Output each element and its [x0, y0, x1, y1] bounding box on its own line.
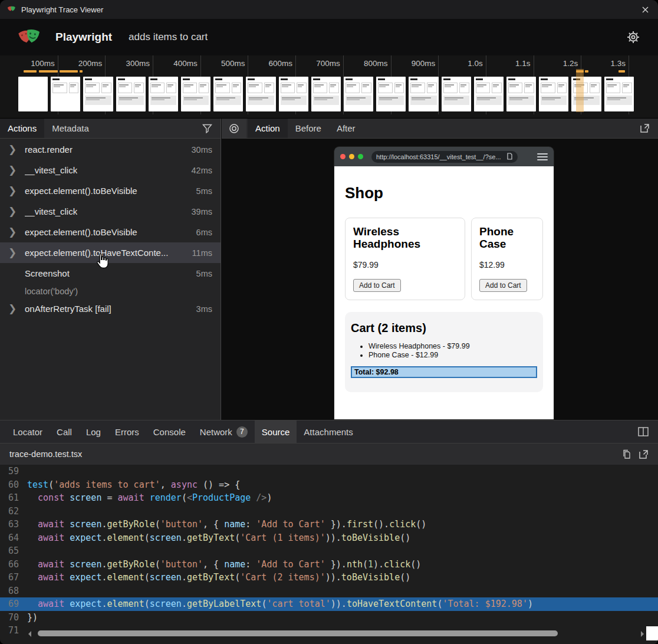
tab-network[interactable]: Network7 [193, 420, 255, 443]
line-number: 60 [0, 478, 27, 492]
action-row[interactable]: Screenshot5ms [0, 263, 221, 284]
open-source-icon[interactable] [639, 449, 649, 459]
window-title: Playwright Trace Viewer [21, 5, 103, 14]
browser-menu-icon[interactable] [537, 152, 548, 162]
tab-attachments[interactable]: Attachments [297, 420, 360, 443]
filmstrip-thumbnail[interactable] [311, 77, 341, 111]
tab-locator[interactable]: Locator [6, 420, 50, 443]
action-duration: 11ms [192, 248, 212, 258]
filmstrip-thumbnail[interactable] [474, 77, 504, 111]
filmstrip-thumbnail[interactable] [376, 77, 406, 111]
copy-source-icon[interactable] [622, 449, 631, 459]
action-row[interactable]: ❯__vitest_click39ms [0, 201, 221, 222]
settings-button[interactable] [626, 30, 640, 44]
filter-button[interactable] [202, 119, 221, 138]
add-to-cart-button[interactable]: Add to Cart [353, 279, 401, 292]
line-number: 61 [0, 491, 27, 505]
filmstrip-thumbnail[interactable] [181, 77, 210, 111]
filmstrip-thumbnail[interactable] [279, 77, 308, 111]
filmstrip-thumbnail[interactable] [409, 77, 438, 111]
product-price: $12.99 [479, 260, 535, 270]
chevron-right-icon[interactable]: ❯ [8, 143, 18, 156]
action-duration: 6ms [196, 228, 212, 237]
hscroll-thumb[interactable] [38, 630, 558, 636]
code-line: 70}) [0, 611, 658, 625]
code-horizontal-scrollbar[interactable] [0, 629, 646, 638]
tab-label: Attachments [304, 427, 353, 437]
line-number: 63 [0, 518, 27, 531]
action-row[interactable]: ❯expect.element().toBeVisible5ms [0, 180, 221, 201]
code-text: await expect.element(screen.getByLabelTe… [27, 597, 533, 611]
action-duration: 39ms [192, 207, 212, 216]
code-line: 65 [0, 544, 658, 558]
filmstrip-thumbnail[interactable] [213, 77, 243, 111]
action-row[interactable]: ❯__vitest_click42ms [0, 160, 221, 180]
action-label: onAfterRetryTask [fail] [25, 304, 111, 314]
address-bar[interactable]: http://localhost:63315/__vitest_test__/?… [371, 151, 518, 163]
filmstrip-thumbnail[interactable] [51, 77, 80, 111]
filmstrip-thumbnail[interactable] [442, 77, 471, 111]
product-card: Wireless Headphones$79.99Add to Cart [345, 218, 465, 300]
tab-metadata[interactable]: Metadata [44, 119, 97, 138]
tab-console[interactable]: Console [146, 420, 193, 443]
filter-icon [202, 124, 212, 133]
filmstrip-thumbnail[interactable] [116, 77, 146, 111]
pick-locator-button[interactable] [222, 119, 246, 138]
tab-errors[interactable]: Errors [108, 420, 146, 443]
filmstrip-thumbnail[interactable] [83, 77, 113, 111]
timeline[interactable]: 100ms200ms300ms400ms500ms600ms700ms800ms… [0, 55, 658, 118]
chevron-right-icon[interactable]: ❯ [8, 303, 18, 315]
tab-label: Log [86, 427, 101, 437]
filmstrip-thumbnail[interactable] [539, 77, 568, 111]
filmstrip-thumbnail[interactable] [149, 77, 178, 111]
filmstrip-thumbnail[interactable] [344, 77, 373, 111]
trace-viewer-window: Playwright Trace Viewer Playwright adds … [0, 0, 658, 644]
filmstrip-thumbnail[interactable] [18, 77, 48, 111]
timeline-action-bar [618, 70, 625, 73]
line-number: 64 [0, 531, 27, 545]
tab-log[interactable]: Log [79, 420, 108, 443]
tab-source[interactable]: Source [255, 420, 297, 443]
filmstrip-thumbnail[interactable] [604, 77, 634, 111]
chevron-right-icon[interactable]: ❯ [8, 247, 18, 259]
action-label: __vitest_click [25, 206, 77, 216]
tab-label: Call [57, 427, 72, 437]
action-duration: 30ms [192, 145, 212, 155]
timeline-action-bar [60, 70, 78, 73]
tab-actions[interactable]: Actions [0, 119, 44, 138]
tab-call[interactable]: Call [50, 420, 79, 443]
chevron-right-icon[interactable]: ❯ [8, 164, 18, 176]
filmstrip[interactable] [18, 77, 634, 111]
scrollbar-corner [646, 626, 658, 640]
chevron-right-icon[interactable]: ❯ [8, 185, 18, 197]
action-row[interactable]: ❯onAfterRetryTask [fail]3ms [0, 298, 221, 319]
action-row[interactable]: ❯expect.element().toHaveTextConte...11ms [0, 242, 221, 263]
line-number: 69 [0, 597, 27, 611]
open-snapshot-button[interactable] [640, 119, 658, 138]
code-line: 61 const screen = await render(<ProductP… [0, 491, 658, 505]
code-line: 67 await expect.element(screen.getByText… [0, 571, 658, 584]
chevron-right-icon[interactable]: ❯ [8, 205, 18, 218]
code-text: const screen = await render(<ProductPage… [27, 491, 272, 505]
tab-after[interactable]: After [329, 119, 363, 138]
source-code-view[interactable]: 5960test('adds items to cart', async () … [0, 465, 658, 644]
copy-url-icon[interactable] [506, 153, 513, 160]
line-number: 70 [0, 611, 27, 625]
action-row[interactable]: ❯react.render30ms [0, 139, 221, 160]
traffic-light-green [358, 154, 363, 159]
line-number: 67 [0, 571, 27, 584]
filmstrip-thumbnail[interactable] [246, 77, 275, 111]
tab-before[interactable]: Before [288, 119, 329, 138]
close-button[interactable] [639, 4, 651, 15]
action-sub-label: locator('body') [0, 284, 221, 298]
chevron-right-icon[interactable]: ❯ [8, 226, 18, 238]
action-duration: 5ms [196, 269, 212, 278]
action-row[interactable]: ❯expect.element().toBeVisible6ms [0, 222, 221, 242]
external-link-icon [640, 123, 650, 133]
add-to-cart-button[interactable]: Add to Cart [479, 279, 527, 292]
split-view-button[interactable] [638, 420, 658, 443]
cart-heading: Cart (2 items) [351, 321, 537, 335]
tab-action[interactable]: Action [248, 119, 288, 138]
filmstrip-thumbnail[interactable] [506, 77, 536, 111]
timeline-action-bar [24, 70, 37, 73]
